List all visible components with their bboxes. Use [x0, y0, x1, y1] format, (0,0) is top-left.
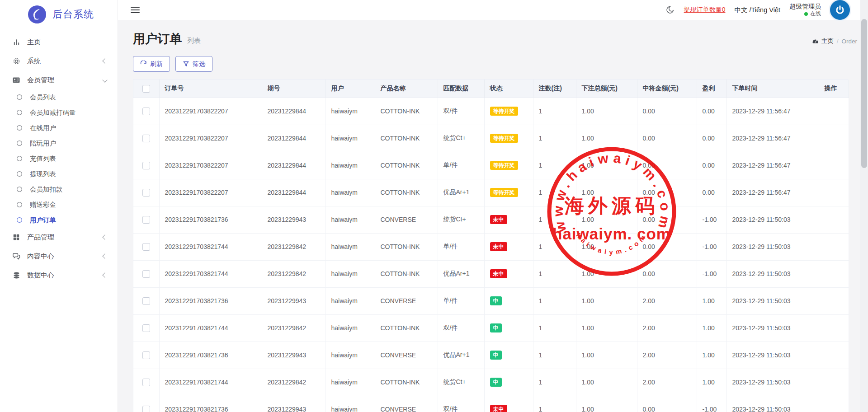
scrollbar-thumb[interactable] — [861, 19, 867, 168]
sidebar-subitem-9[interactable]: 会员加扣款 — [0, 182, 118, 197]
circle-bullet-icon — [16, 201, 23, 208]
cell-user: haiwaiym — [326, 287, 375, 314]
sidebar-subitem-11[interactable]: 用户订单 — [0, 212, 118, 228]
cell-order: 202312291703821736 — [159, 287, 262, 314]
column-header: 期号 — [262, 80, 326, 98]
sidebar-subitem-label: 用户订单 — [30, 216, 56, 225]
sidebar-subitem-8[interactable]: 提现列表 — [0, 166, 118, 182]
sidebar-subitem-4[interactable]: 会员加减打码量 — [0, 105, 118, 120]
circle-bullet-icon — [16, 94, 23, 100]
sidebar-subitem-3[interactable]: 会员列表 — [0, 89, 118, 105]
breadcrumb-home[interactable]: 主页 — [812, 37, 834, 45]
cell-win: 0.00 — [637, 260, 697, 287]
cell-match: 优品Ar+1 — [438, 342, 484, 369]
cell-time: 2023-12-29 11:50:03 — [726, 342, 819, 369]
cell-user: haiwaiym — [326, 396, 375, 412]
sidebar-menu: 主页系统会员管理会员列表会员加减打码量在线用户陪玩用户充值列表提现列表会员加扣款… — [0, 33, 118, 285]
cell-win: 0.00 — [637, 98, 697, 125]
cell-order: 202312291703821744 — [159, 369, 262, 396]
sidebar-item-14[interactable]: 数据中心 — [0, 266, 118, 285]
status-badge: 未中 — [490, 269, 507, 278]
filter-button[interactable]: 筛选 — [175, 56, 212, 72]
cell-status: 未中 — [484, 233, 533, 260]
breadcrumb: 主页 / Order — [812, 37, 857, 47]
withdraw-orders-badge[interactable]: 提现订单数量0 — [684, 6, 726, 14]
cell-time: 2023-12-29 11:56:47 — [726, 152, 819, 179]
cell-period: 20231229943 — [262, 396, 326, 412]
table-row: 20231229170382220720231229844haiwaiymCOT… — [133, 98, 849, 125]
row-checkbox[interactable] — [142, 324, 150, 332]
sidebar-item-12[interactable]: 产品管理 — [0, 228, 118, 247]
sidebar-subitem-label: 会员加减打码量 — [30, 108, 76, 117]
row-checkbox[interactable] — [142, 270, 150, 278]
sidebar-subitem-label: 在线用户 — [30, 124, 56, 132]
cell-time: 2023-12-29 11:50:03 — [726, 287, 819, 314]
cell-actions — [819, 287, 849, 314]
table-row: 20231229170382220720231229844haiwaiymCOT… — [133, 125, 849, 152]
row-checkbox[interactable] — [142, 135, 150, 142]
sidebar-item-0[interactable]: 主页 — [0, 33, 118, 52]
cell-bets: 1 — [533, 152, 576, 179]
cell-user: haiwaiym — [326, 98, 375, 125]
cell-time: 2023-12-29 11:56:47 — [726, 98, 819, 125]
sidebar-subitem-label: 陪玩用户 — [30, 139, 56, 148]
cell-actions — [819, 98, 849, 125]
table-header-row: 订单号 期号 用户 产品名称 匹配数据 状态 注数(注) 下注总额(元) 中将金… — [133, 80, 849, 98]
cell-time: 2023-12-29 11:50:03 — [726, 233, 819, 260]
cell-bets: 1 — [533, 260, 576, 287]
chevron-down-icon — [102, 77, 107, 82]
status-badge: 中 — [490, 323, 502, 332]
row-checkbox[interactable] — [142, 351, 150, 359]
row-checkbox[interactable] — [142, 297, 150, 305]
dashboard-icon — [812, 38, 819, 45]
table-row: 20231229170382174420231229842haiwaiymCOT… — [133, 314, 849, 342]
sidebar-subitem-10[interactable]: 赠送彩金 — [0, 197, 118, 212]
column-header: 匹配数据 — [438, 80, 484, 98]
row-checkbox[interactable] — [142, 162, 150, 169]
cell-match: 双/件 — [438, 314, 484, 342]
main-area: 提现订单数量0 中文 /Tiếng Việt 超级管理员 在线 — [118, 0, 868, 412]
filter-funnel-icon — [183, 61, 189, 67]
row-checkbox[interactable] — [142, 189, 150, 197]
sidebar-item-2[interactable]: 会员管理 — [0, 70, 118, 89]
gear-icon — [12, 57, 20, 65]
cell-order: 202312291703822207 — [159, 152, 262, 179]
circle-bullet-icon — [16, 155, 23, 162]
logo-row[interactable]: 后台系统 — [0, 0, 118, 29]
sidebar-item-1[interactable]: 系统 — [0, 52, 118, 70]
row-checkbox[interactable] — [142, 216, 150, 224]
sidebar-item-label: 数据中心 — [27, 271, 103, 280]
sidebar-subitem-label: 会员列表 — [30, 93, 56, 102]
row-checkbox[interactable] — [142, 406, 150, 412]
language-switcher[interactable]: 中文 /Tiếng Việt — [734, 6, 780, 14]
row-checkbox[interactable] — [142, 243, 150, 251]
chevron-left-icon — [102, 234, 107, 239]
cell-product: COTTON-INK — [375, 152, 438, 179]
sidebar-subitem-6[interactable]: 陪玩用户 — [0, 136, 118, 151]
sidebar-item-13[interactable]: 内容中心 — [0, 247, 118, 266]
row-checkbox[interactable] — [142, 108, 150, 115]
cell-match: 统货Ct+ — [438, 369, 484, 396]
vertical-scrollbar[interactable] — [860, 0, 868, 412]
cell-bets: 1 — [533, 314, 576, 342]
row-checkbox[interactable] — [142, 379, 150, 386]
sidebar-subitem-label: 会员加扣款 — [30, 185, 63, 194]
sidebar-subitem-5[interactable]: 在线用户 — [0, 120, 118, 136]
sidebar-toggle-icon[interactable] — [131, 7, 140, 13]
cell-product: COTTON-INK — [375, 314, 438, 342]
refresh-button[interactable]: 刷新 — [133, 56, 170, 72]
cell-profit: 0.00 — [697, 98, 726, 125]
cell-time: 2023-12-29 11:50:03 — [726, 314, 819, 342]
dark-mode-icon[interactable] — [666, 5, 675, 14]
cell-bets: 1 — [533, 369, 576, 396]
cell-profit: 1.00 — [697, 287, 726, 314]
logout-power-button[interactable] — [830, 0, 850, 20]
cell-profit: 1.00 — [697, 369, 726, 396]
circle-bullet-icon — [16, 217, 23, 223]
select-all-checkbox[interactable] — [142, 85, 150, 93]
topbar: 提现订单数量0 中文 /Tiếng Việt 超级管理员 在线 — [118, 0, 868, 20]
admin-info[interactable]: 超级管理员 在线 — [789, 2, 821, 18]
cell-order: 202312291703821744 — [159, 260, 262, 287]
online-status: 在线 — [810, 10, 821, 18]
sidebar-subitem-7[interactable]: 充值列表 — [0, 151, 118, 166]
